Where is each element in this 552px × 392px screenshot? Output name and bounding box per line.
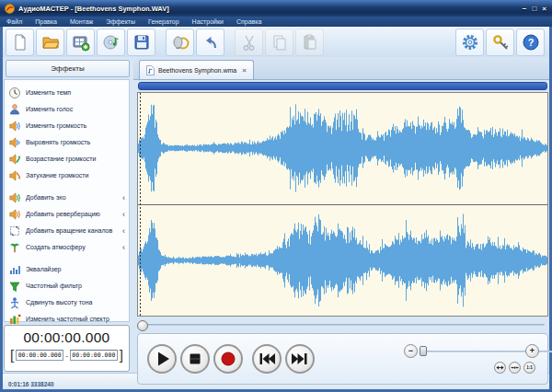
cut-button[interactable]: [235, 29, 263, 56]
tab-beethovens-symphon[interactable]: Beethovens Symphon.wma ×: [139, 60, 254, 79]
menu-item-montage[interactable]: Монтаж: [63, 17, 99, 27]
record-button[interactable]: [166, 29, 194, 56]
sidebar-item-label: Эквалайзер: [26, 266, 61, 272]
play-icon: [148, 345, 176, 373]
sidebar-item-label: Изменить темп: [26, 89, 71, 96]
menu-item-help[interactable]: Справка: [230, 17, 268, 27]
sidebar-item-frequency-filter[interactable]: Частотный фильтр: [8, 278, 129, 294]
sidebar-item-volume-fade-in[interactable]: Возрастание громкости: [8, 151, 129, 167]
audio-file-icon: [146, 65, 155, 75]
sidebar-item-add-echo[interactable]: Добавить эхо‹: [8, 190, 129, 205]
svg-text:?: ?: [527, 37, 534, 48]
extract-audio-from-video-button[interactable]: [66, 29, 95, 56]
selection-start-field[interactable]: 00:00:00.000: [16, 350, 63, 361]
menu-item-file[interactable]: Файл: [0, 17, 29, 27]
skip-to-start-button[interactable]: [252, 344, 282, 374]
effects-panel-title: Эффекты: [51, 64, 84, 73]
expand-left-arrow-icon[interactable]: ‹: [122, 193, 125, 202]
sidebar-item-change-voice[interactable]: Изменить голос: [8, 101, 129, 117]
close-button[interactable]: ×: [542, 5, 546, 13]
overview-bar[interactable]: [138, 82, 547, 90]
title-bar[interactable]: АудиоМАСТЕР - [Beethovens Symphon.WAV] −…: [0, 0, 552, 17]
paste-button[interactable]: [295, 29, 324, 56]
waveform-display[interactable]: [137, 92, 548, 317]
current-time-display: 00:00:00.000: [5, 329, 129, 346]
selection-end-field[interactable]: 00:00:00.000: [70, 350, 118, 361]
expand-left-arrow-icon[interactable]: ‹: [122, 210, 125, 219]
fit-width-button[interactable]: [494, 362, 506, 374]
zoom-slider-knob[interactable]: [420, 346, 427, 356]
sidebar-item-change-tempo[interactable]: Изменить темп: [8, 85, 129, 100]
undo-button[interactable]: [196, 29, 224, 56]
stop-button[interactable]: [180, 344, 210, 374]
sidebar-item-add-channel-rotation[interactable]: Добавить вращение каналов‹: [8, 223, 129, 238]
fade-out-icon: [8, 169, 21, 182]
status-duration-size: 0:01:16 3338240: [8, 376, 54, 392]
menu-item-generator[interactable]: Генератор: [142, 17, 186, 27]
sidebar-item-label: Частотный фильтр: [26, 282, 82, 289]
fit-selection-button[interactable]: [509, 362, 521, 374]
menu-item-edit[interactable]: Правка: [29, 17, 63, 27]
sidebar-item-volume-fade-out[interactable]: Затухание громкости: [8, 167, 129, 183]
sidebar-item-label: Добавить реверберацию: [26, 211, 100, 217]
sidebar-item-normalize-volume[interactable]: Выровнять громкость: [8, 134, 129, 150]
seek-knob[interactable]: [137, 320, 148, 331]
zoom-1-1-button[interactable]: 1:1: [523, 362, 535, 374]
sidebar-item-pitch-shift[interactable]: Сдвинуть высоту тона: [8, 294, 129, 310]
open-file-button[interactable]: [36, 29, 64, 56]
effects-panel-header[interactable]: Эффекты: [6, 60, 130, 77]
expand-left-arrow-icon[interactable]: ‹: [122, 243, 125, 252]
play-button[interactable]: [147, 344, 177, 374]
skip-start-icon: [253, 345, 281, 373]
copy-icon: [270, 33, 289, 52]
sidebar-item-label: Выровнять громкость: [26, 139, 90, 145]
app-logo-icon: [5, 4, 15, 14]
window-title: АудиоМАСТЕР - [Beethovens Symphon.WAV]: [18, 5, 169, 13]
copy-button[interactable]: [265, 29, 293, 56]
window-controls: − □ ×: [523, 5, 546, 13]
open-file-icon: [41, 33, 60, 52]
save-button[interactable]: [127, 29, 155, 56]
tab-label: Beethovens Symphon.wma: [158, 67, 236, 74]
new-file-button[interactable]: [6, 29, 34, 56]
tab-close-icon[interactable]: ×: [242, 66, 247, 75]
effects-list: Изменить темпИзменить голосИзменить гром…: [4, 79, 130, 322]
sidebar-item-equalizer[interactable]: Эквалайзер: [8, 261, 129, 277]
menu-bar: ФайлПравкаМонтажЭффектыГенераторНастройк…: [0, 17, 552, 27]
echo-icon: [8, 191, 21, 204]
zoom-out-button[interactable]: −: [404, 344, 418, 358]
seek-track[interactable]: [141, 324, 545, 326]
seek-bar[interactable]: [137, 318, 548, 331]
playback-cursor: [140, 93, 141, 316]
maximize-button[interactable]: □: [532, 5, 536, 13]
rotate-channels-icon: [8, 225, 21, 237]
filter-icon: [8, 280, 21, 293]
skip-end-icon: [286, 345, 314, 373]
minimize-button[interactable]: −: [523, 5, 527, 13]
registration-key-button[interactable]: [486, 29, 514, 56]
skip-to-end-button[interactable]: [285, 344, 315, 374]
app-window: АудиоМАСТЕР - [Beethovens Symphon.WAV] −…: [0, 0, 552, 392]
stop-icon: [181, 345, 209, 373]
menu-item-effects[interactable]: Эффекты: [99, 17, 142, 27]
save-icon: [132, 33, 151, 52]
paste-icon: [301, 33, 319, 52]
zoom-in-button[interactable]: +: [525, 344, 539, 358]
help-button[interactable]: ?: [516, 29, 545, 56]
spectrum-icon: [8, 313, 21, 326]
sidebar-item-label: Сдвинуть высоту тона: [26, 299, 93, 306]
menu-item-settings[interactable]: Настройки: [186, 17, 230, 27]
fit-selection-icon: [511, 363, 519, 372]
record-button[interactable]: [213, 344, 243, 374]
sidebar-item-create-atmosphere[interactable]: Создать атмосферу‹: [8, 239, 129, 255]
toolbar: ?: [3, 27, 549, 58]
selection-bracket-close: ]: [120, 349, 123, 362]
tab-bar: Beethovens Symphon.wma ×: [133, 57, 549, 80]
sidebar-item-add-reverb[interactable]: Добавить реверберацию‹: [8, 206, 129, 222]
expand-left-arrow-icon[interactable]: ‹: [122, 226, 125, 236]
sidebar-item-change-volume[interactable]: Изменить громкость: [8, 118, 129, 133]
open-audio-cd-button[interactable]: [97, 29, 125, 56]
sidebar-item-label: Возрастание громкости: [26, 156, 96, 162]
help-icon: ?: [522, 33, 540, 52]
settings-button[interactable]: [455, 29, 484, 56]
